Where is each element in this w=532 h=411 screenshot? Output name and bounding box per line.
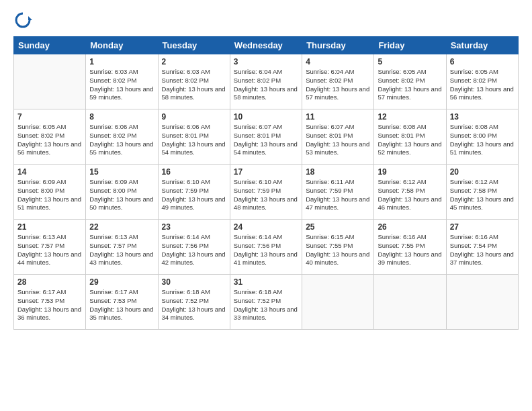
day-info: Sunrise: 6:09 AM Sunset: 8:00 PM Dayligh… xyxy=(89,178,154,212)
calendar-cell: 18Sunrise: 6:11 AM Sunset: 7:59 PM Dayli… xyxy=(302,165,374,220)
calendar-cell: 20Sunrise: 6:12 AM Sunset: 7:58 PM Dayli… xyxy=(446,165,518,220)
calendar-cell: 27Sunrise: 6:16 AM Sunset: 7:54 PM Dayli… xyxy=(446,220,518,275)
calendar-cell: 9Sunrise: 6:06 AM Sunset: 8:01 PM Daylig… xyxy=(158,109,230,165)
day-number: 13 xyxy=(450,112,515,122)
day-info: Sunrise: 6:14 AM Sunset: 7:56 PM Dayligh… xyxy=(162,233,226,267)
day-info: Sunrise: 6:03 AM Sunset: 8:02 PM Dayligh… xyxy=(89,68,154,102)
calendar-cell: 5Sunrise: 6:05 AM Sunset: 8:02 PM Daylig… xyxy=(374,54,446,109)
calendar-cell: 26Sunrise: 6:16 AM Sunset: 7:55 PM Dayli… xyxy=(374,220,446,275)
calendar-week-row: 7Sunrise: 6:05 AM Sunset: 8:02 PM Daylig… xyxy=(14,109,519,165)
header xyxy=(13,11,519,30)
calendar-cell: 10Sunrise: 6:07 AM Sunset: 8:01 PM Dayli… xyxy=(230,109,302,165)
day-info: Sunrise: 6:06 AM Sunset: 8:02 PM Dayligh… xyxy=(89,123,154,157)
calendar-cell: 21Sunrise: 6:13 AM Sunset: 7:57 PM Dayli… xyxy=(14,220,86,275)
calendar-week-row: 14Sunrise: 6:09 AM Sunset: 8:00 PM Dayli… xyxy=(14,165,519,220)
day-number: 16 xyxy=(162,167,226,177)
calendar-table: SundayMondayTuesdayWednesdayThursdayFrid… xyxy=(13,36,519,330)
day-header: Thursday xyxy=(302,37,374,54)
calendar-cell: 1Sunrise: 6:03 AM Sunset: 8:02 PM Daylig… xyxy=(86,54,158,109)
day-info: Sunrise: 6:08 AM Sunset: 8:00 PM Dayligh… xyxy=(450,123,515,157)
day-number: 27 xyxy=(450,222,515,232)
day-number: 28 xyxy=(17,277,82,287)
calendar-cell xyxy=(14,54,86,109)
day-number: 4 xyxy=(306,57,370,66)
calendar-cell: 24Sunrise: 6:14 AM Sunset: 7:56 PM Dayli… xyxy=(230,220,302,275)
day-info: Sunrise: 6:11 AM Sunset: 7:59 PM Dayligh… xyxy=(306,178,370,212)
day-number: 8 xyxy=(89,112,154,122)
day-info: Sunrise: 6:13 AM Sunset: 7:57 PM Dayligh… xyxy=(89,233,154,267)
day-info: Sunrise: 6:05 AM Sunset: 8:02 PM Dayligh… xyxy=(378,68,442,102)
day-info: Sunrise: 6:16 AM Sunset: 7:55 PM Dayligh… xyxy=(378,233,442,267)
day-number: 18 xyxy=(306,167,370,177)
calendar-week-row: 1Sunrise: 6:03 AM Sunset: 8:02 PM Daylig… xyxy=(14,54,519,109)
calendar-cell: 7Sunrise: 6:05 AM Sunset: 8:02 PM Daylig… xyxy=(14,109,86,165)
calendar-cell: 23Sunrise: 6:14 AM Sunset: 7:56 PM Dayli… xyxy=(158,220,230,275)
day-info: Sunrise: 6:06 AM Sunset: 8:01 PM Dayligh… xyxy=(162,123,226,157)
day-header: Monday xyxy=(86,37,158,54)
calendar-page: SundayMondayTuesdayWednesdayThursdayFrid… xyxy=(0,0,532,336)
calendar-cell: 14Sunrise: 6:09 AM Sunset: 8:00 PM Dayli… xyxy=(14,165,86,220)
day-number: 30 xyxy=(162,277,226,287)
day-info: Sunrise: 6:13 AM Sunset: 7:57 PM Dayligh… xyxy=(17,233,82,267)
day-info: Sunrise: 6:03 AM Sunset: 8:02 PM Dayligh… xyxy=(162,68,226,102)
calendar-cell: 17Sunrise: 6:10 AM Sunset: 7:59 PM Dayli… xyxy=(230,165,302,220)
day-number: 26 xyxy=(378,222,442,232)
day-info: Sunrise: 6:08 AM Sunset: 8:01 PM Dayligh… xyxy=(378,123,442,157)
day-info: Sunrise: 6:14 AM Sunset: 7:56 PM Dayligh… xyxy=(234,233,298,267)
calendar-cell xyxy=(374,275,446,330)
day-info: Sunrise: 6:10 AM Sunset: 7:59 PM Dayligh… xyxy=(162,178,226,212)
logo-icon xyxy=(13,11,32,30)
day-number: 10 xyxy=(234,112,298,122)
day-number: 31 xyxy=(234,277,298,287)
day-number: 15 xyxy=(89,167,154,177)
calendar-cell: 15Sunrise: 6:09 AM Sunset: 8:00 PM Dayli… xyxy=(86,165,158,220)
day-number: 19 xyxy=(378,167,442,177)
day-info: Sunrise: 6:15 AM Sunset: 7:55 PM Dayligh… xyxy=(306,233,370,267)
day-number: 11 xyxy=(306,112,370,122)
day-number: 12 xyxy=(378,112,442,122)
day-info: Sunrise: 6:05 AM Sunset: 8:02 PM Dayligh… xyxy=(17,123,82,157)
day-number: 17 xyxy=(234,167,298,177)
calendar-cell xyxy=(302,275,374,330)
calendar-cell: 12Sunrise: 6:08 AM Sunset: 8:01 PM Dayli… xyxy=(374,109,446,165)
day-number: 22 xyxy=(89,222,154,232)
calendar-cell: 30Sunrise: 6:18 AM Sunset: 7:52 PM Dayli… xyxy=(158,275,230,330)
day-info: Sunrise: 6:09 AM Sunset: 8:00 PM Dayligh… xyxy=(17,178,82,212)
calendar-week-row: 21Sunrise: 6:13 AM Sunset: 7:57 PM Dayli… xyxy=(14,220,519,275)
calendar-week-row: 28Sunrise: 6:17 AM Sunset: 7:53 PM Dayli… xyxy=(14,275,519,330)
calendar-cell: 8Sunrise: 6:06 AM Sunset: 8:02 PM Daylig… xyxy=(86,109,158,165)
day-info: Sunrise: 6:07 AM Sunset: 8:01 PM Dayligh… xyxy=(306,123,370,157)
calendar-cell: 22Sunrise: 6:13 AM Sunset: 7:57 PM Dayli… xyxy=(86,220,158,275)
day-info: Sunrise: 6:17 AM Sunset: 7:53 PM Dayligh… xyxy=(17,288,82,322)
day-info: Sunrise: 6:04 AM Sunset: 8:02 PM Dayligh… xyxy=(234,68,298,102)
calendar-cell: 13Sunrise: 6:08 AM Sunset: 8:00 PM Dayli… xyxy=(446,109,518,165)
day-info: Sunrise: 6:18 AM Sunset: 7:52 PM Dayligh… xyxy=(234,288,298,322)
day-number: 5 xyxy=(378,57,442,66)
day-number: 7 xyxy=(17,112,82,122)
day-info: Sunrise: 6:12 AM Sunset: 7:58 PM Dayligh… xyxy=(378,178,442,212)
day-info: Sunrise: 6:16 AM Sunset: 7:54 PM Dayligh… xyxy=(450,233,515,267)
day-number: 9 xyxy=(162,112,226,122)
day-header: Tuesday xyxy=(158,37,230,54)
day-number: 25 xyxy=(306,222,370,232)
day-info: Sunrise: 6:18 AM Sunset: 7:52 PM Dayligh… xyxy=(162,288,226,322)
day-header: Friday xyxy=(374,37,446,54)
calendar-cell: 4Sunrise: 6:04 AM Sunset: 8:02 PM Daylig… xyxy=(302,54,374,109)
day-number: 20 xyxy=(450,167,515,177)
calendar-header-row: SundayMondayTuesdayWednesdayThursdayFrid… xyxy=(14,37,519,54)
calendar-cell: 19Sunrise: 6:12 AM Sunset: 7:58 PM Dayli… xyxy=(374,165,446,220)
day-header: Saturday xyxy=(446,37,518,54)
calendar-cell: 2Sunrise: 6:03 AM Sunset: 8:02 PM Daylig… xyxy=(158,54,230,109)
day-number: 24 xyxy=(234,222,298,232)
day-info: Sunrise: 6:07 AM Sunset: 8:01 PM Dayligh… xyxy=(234,123,298,157)
day-info: Sunrise: 6:12 AM Sunset: 7:58 PM Dayligh… xyxy=(450,178,515,212)
calendar-cell: 3Sunrise: 6:04 AM Sunset: 8:02 PM Daylig… xyxy=(230,54,302,109)
day-info: Sunrise: 6:17 AM Sunset: 7:53 PM Dayligh… xyxy=(89,288,154,322)
calendar-cell: 16Sunrise: 6:10 AM Sunset: 7:59 PM Dayli… xyxy=(158,165,230,220)
calendar-cell: 11Sunrise: 6:07 AM Sunset: 8:01 PM Dayli… xyxy=(302,109,374,165)
day-info: Sunrise: 6:05 AM Sunset: 8:02 PM Dayligh… xyxy=(450,68,515,102)
day-number: 6 xyxy=(450,57,515,66)
day-number: 3 xyxy=(234,57,298,66)
day-number: 1 xyxy=(89,57,154,66)
day-number: 29 xyxy=(89,277,154,287)
